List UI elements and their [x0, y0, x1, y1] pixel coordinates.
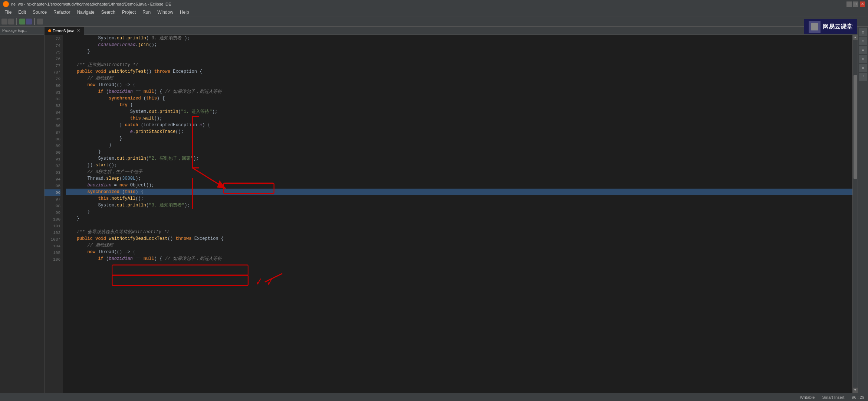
right-panel-icon-1[interactable]: ⊞ — [859, 28, 867, 36]
scrollbar-up-arrow[interactable]: ▲ — [853, 35, 858, 40]
linenum-81: 81 — [45, 89, 60, 96]
code-line-73: System.out.println( 3. 通知消费者 ); — [66, 35, 852, 42]
menu-edit[interactable]: Edit — [15, 9, 29, 16]
maximize-button[interactable]: □ — [853, 1, 858, 7]
tab-label: Demo6.java — [53, 29, 75, 33]
menu-help[interactable]: Help — [177, 9, 192, 16]
menu-navigate[interactable]: Navigate — [74, 9, 97, 16]
logo-text: 网易云课堂 — [823, 23, 852, 31]
linenum-80: 80 — [45, 82, 60, 89]
code-line-95: baozidian = new Object(); — [66, 182, 852, 189]
main-area: Package Exp... Demo6.java ✕ 73 74 75 76 … — [0, 27, 868, 393]
minimize-button[interactable]: − — [846, 1, 852, 7]
eclipse-icon — [3, 1, 9, 7]
menu-run[interactable]: Run — [139, 9, 154, 16]
tab-close-icon[interactable]: ✕ — [77, 28, 80, 33]
code-line-76 — [66, 55, 852, 62]
scrollbar-thumb[interactable] — [854, 75, 857, 179]
svg-rect-2 — [112, 265, 248, 276]
code-line-74: consumerThread.join(); — [66, 42, 852, 48]
code-line-75: } — [66, 48, 852, 55]
code-area[interactable]: 73 74 75 76 77 78* 79 80 81 82 83 84 85 … — [45, 35, 858, 393]
logo-area: 网易云课堂 — [804, 19, 857, 34]
toolbar-forward[interactable] — [8, 19, 14, 25]
linenum-85: 85 — [45, 116, 60, 123]
linenum-95: 95 — [45, 183, 60, 189]
menu-window[interactable]: Window — [154, 9, 176, 16]
code-line-104: // 启动线程 — [66, 242, 852, 249]
scrollbar-down-arrow[interactable]: ▼ — [853, 388, 858, 393]
status-position: 96 : 29 — [852, 395, 864, 400]
menu-source[interactable]: Source — [30, 9, 50, 16]
scrollbar-track[interactable] — [853, 40, 858, 388]
linenum-77: 77 — [45, 62, 60, 69]
code-line-101 — [66, 222, 852, 229]
menu-search[interactable]: Search — [98, 9, 118, 16]
code-line-87: e.printStackTrace(); — [66, 128, 852, 135]
linenum-99: 99 — [45, 209, 60, 216]
svg-text:✓: ✓ — [267, 276, 273, 290]
linenum-88: 88 — [45, 136, 60, 143]
linenum-87: 87 — [45, 129, 60, 136]
linenum-83: 83 — [45, 102, 60, 109]
linenum-78: 78* — [45, 69, 60, 76]
right-panel-icon-4[interactable]: ⊕ — [859, 55, 867, 63]
code-line-81: if (baozidian == null) { // 如果没包子，则进入等待 — [66, 88, 852, 95]
menu-refactor[interactable]: Refactor — [50, 9, 73, 16]
status-bar: Writable Smart Insert 96 : 29 — [0, 393, 868, 401]
svg-rect-1 — [112, 275, 248, 286]
code-line-89: } — [66, 142, 852, 149]
tab-icon — [48, 29, 51, 32]
linenum-106: 106 — [45, 256, 60, 263]
code-line-100: } — [66, 215, 852, 222]
linenum-82: 82 — [45, 96, 60, 102]
close-button[interactable]: ✕ — [860, 1, 865, 7]
code-line-88: } — [66, 135, 852, 142]
toolbar-back[interactable] — [1, 19, 7, 25]
linenum-93: 93 — [45, 169, 60, 176]
menu-file[interactable]: File — [1, 9, 14, 16]
toolbar-build[interactable] — [37, 19, 43, 25]
package-explorer-label: Package Exp... — [2, 29, 27, 33]
linenum-94: 94 — [45, 176, 60, 183]
code-line-78: public void waitNotifyTest() throws Exce… — [66, 68, 852, 75]
code-line-103: public void waitNotifyDeadLockTest() thr… — [66, 235, 852, 242]
right-panel-icon-5[interactable]: ⊗ — [859, 64, 867, 72]
right-panel-icon-6[interactable]: ⋮ — [859, 73, 867, 81]
toolbar-debug[interactable] — [26, 19, 32, 25]
line-numbers: 73 74 75 76 77 78* 79 80 81 82 83 84 85 … — [45, 35, 63, 393]
vertical-scrollbar[interactable]: ▲ ▼ — [852, 35, 858, 393]
package-explorer-header: Package Exp... — [0, 27, 44, 35]
code-content[interactable]: System.out.println( 3. 通知消费者 ); consumer… — [63, 35, 852, 393]
code-line-96: synchronized (this) { — [66, 189, 852, 195]
code-line-93: // 3秒之后，生产一个包子 — [66, 169, 852, 175]
linenum-76: 76 — [45, 56, 60, 62]
right-panel-icon-2[interactable]: ≡ — [859, 37, 867, 45]
logo-icon — [809, 21, 821, 33]
window-controls: − □ ✕ — [846, 1, 865, 7]
linenum-98: 98 — [45, 203, 60, 209]
toolbar-run[interactable] — [19, 19, 25, 25]
code-line-79: // 启动线程 — [66, 75, 852, 82]
toolbar-sep2 — [34, 18, 35, 25]
tab-demo6[interactable]: Demo6.java ✕ — [45, 27, 84, 35]
linenum-79: 79 — [45, 76, 60, 82]
linenum-75: 75 — [45, 49, 60, 56]
tab-bar: Demo6.java ✕ — [45, 27, 858, 35]
menu-project[interactable]: Project — [119, 9, 139, 16]
linenum-73: 73 — [45, 36, 60, 42]
right-panel-icon-3[interactable]: ◈ — [859, 46, 867, 54]
linenum-86: 86 — [45, 123, 60, 129]
linenum-96: 96 — [45, 189, 60, 196]
code-line-97: this.notifyAll(); — [66, 195, 852, 202]
code-line-102: /** 会导致线程永久等待的wait/notify */ — [66, 229, 852, 235]
toolbar: 网易云课堂 — [0, 16, 868, 27]
linenum-84: 84 — [45, 109, 60, 116]
package-explorer-content — [0, 35, 44, 393]
linenum-100: 100 — [45, 216, 60, 223]
code-line-98: System.out.println("3. 通知消费者"); — [66, 202, 852, 209]
code-line-106: if (baozidian == null) { // 如果没包子，则进入等待 — [66, 255, 852, 262]
linenum-89: 89 — [45, 143, 60, 149]
toolbar-sep1 — [16, 18, 17, 25]
linenum-103: 103* — [45, 236, 60, 243]
